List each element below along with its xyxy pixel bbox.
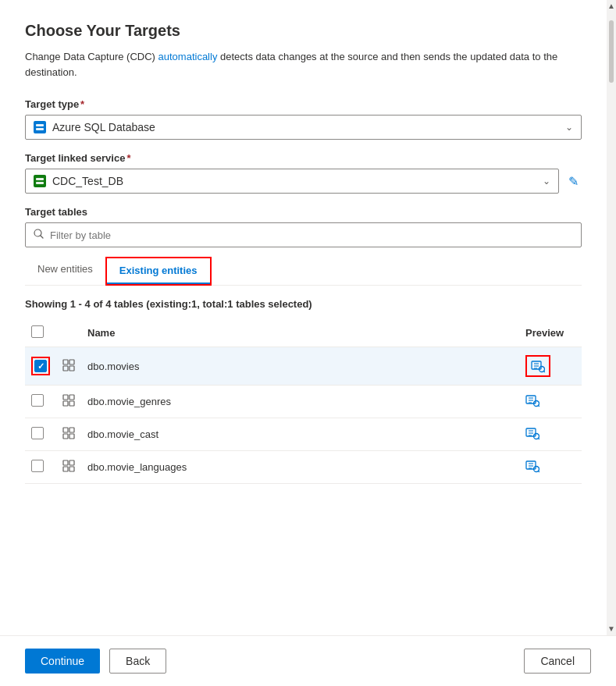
scrollbar[interactable]: ▲ ▼ xyxy=(607,0,616,635)
linked-service-value: CDC_Test_DB xyxy=(52,175,123,187)
row-checkbox-3[interactable] xyxy=(31,427,44,439)
row-checkbox-cell-4 xyxy=(25,451,56,484)
back-button[interactable]: Back xyxy=(109,649,166,674)
svg-line-15 xyxy=(544,371,545,372)
target-tables-group: Target tables New entities Existing enti… xyxy=(25,206,582,286)
scrollbar-thumb[interactable] xyxy=(609,20,614,83)
target-type-label: Target type * xyxy=(25,98,582,110)
filter-input-wrapper xyxy=(25,222,582,247)
svg-rect-6 xyxy=(63,360,68,364)
svg-rect-1 xyxy=(36,128,44,130)
preview-icon-4[interactable] xyxy=(525,459,539,473)
row-preview-cell-3 xyxy=(519,418,582,451)
scroll-up-arrow[interactable]: ▲ xyxy=(607,0,615,12)
tab-existing-entities[interactable]: Existing entities xyxy=(107,258,210,284)
row-icon-cell-1 xyxy=(56,347,81,386)
svg-rect-28 xyxy=(63,434,68,439)
target-type-dropdown[interactable]: Azure SQL Database ⌄ xyxy=(25,115,582,140)
svg-line-45 xyxy=(539,471,539,472)
svg-rect-2 xyxy=(36,178,44,180)
db-icon-2 xyxy=(34,175,46,187)
target-linked-service-group: Target linked service * CDC_Test_DB xyxy=(25,152,582,194)
chevron-down-icon: ⌄ xyxy=(565,122,573,133)
tab-new-entities[interactable]: New entities xyxy=(25,257,105,286)
row-preview-cell-4 xyxy=(519,451,582,484)
svg-line-5 xyxy=(41,236,43,238)
tabs-row: New entities Existing entities xyxy=(25,257,582,286)
search-icon xyxy=(34,229,44,241)
svg-rect-7 xyxy=(69,360,74,364)
table-icon-4 xyxy=(62,460,75,472)
svg-rect-18 xyxy=(63,401,68,406)
linked-service-row: CDC_Test_DB ⌄ ✎ xyxy=(25,169,582,194)
table-icon-1 xyxy=(62,359,75,371)
svg-rect-0 xyxy=(36,124,44,126)
preview-icon-2[interactable] xyxy=(525,393,539,407)
page-description-full: Change Data Capture (CDC) automatically … xyxy=(25,49,582,80)
row-icon-cell-4 xyxy=(56,451,81,484)
target-type-group: Target type * Azure SQL Database ⌄ xyxy=(25,98,582,140)
col-icon xyxy=(56,319,81,347)
row-checkbox-2[interactable] xyxy=(31,394,44,407)
target-linked-service-label: Target linked service * xyxy=(25,152,582,164)
continue-button[interactable]: Continue xyxy=(25,649,100,674)
col-checkbox xyxy=(25,319,56,347)
row-name-3: dbo.movie_cast xyxy=(81,418,519,451)
svg-line-25 xyxy=(539,406,539,407)
edit-icon[interactable]: ✎ xyxy=(565,171,582,192)
row-icon-cell-3 xyxy=(56,418,81,451)
target-tables-label: Target tables xyxy=(25,206,582,218)
footer: Continue Back Cancel xyxy=(0,635,616,686)
col-preview: Preview xyxy=(519,319,582,347)
select-all-checkbox[interactable] xyxy=(31,325,44,338)
table-header: Name Preview xyxy=(25,319,582,347)
showing-text: Showing 1 - 4 of 4 tables (existing:1, t… xyxy=(25,298,582,310)
table-row: dbo.movie_genres xyxy=(25,386,582,418)
db-icon xyxy=(34,121,46,133)
row-name-2: dbo.movie_genres xyxy=(81,386,519,418)
preview-icon-1[interactable] xyxy=(531,359,545,373)
svg-rect-37 xyxy=(69,460,74,465)
chevron-down-icon-2: ⌄ xyxy=(543,176,550,187)
svg-rect-8 xyxy=(63,366,68,371)
row-checkbox-cell-1 xyxy=(25,347,56,386)
row-preview-cell-2 xyxy=(519,386,582,418)
required-star: * xyxy=(80,98,84,110)
svg-rect-3 xyxy=(36,182,44,184)
table-row: dbo.movie_cast xyxy=(25,418,582,451)
col-name: Name xyxy=(81,319,519,347)
row-preview-cell-1 xyxy=(519,347,582,386)
cancel-button[interactable]: Cancel xyxy=(524,649,591,674)
filter-input[interactable] xyxy=(50,229,573,241)
table-row: dbo.movies xyxy=(25,347,582,386)
svg-rect-36 xyxy=(63,460,68,465)
svg-rect-17 xyxy=(69,395,74,400)
row-checkbox-cell-3 xyxy=(25,418,56,451)
table-row: dbo.movie_languages xyxy=(25,451,582,484)
page-title: Choose Your Targets xyxy=(25,22,582,40)
svg-rect-38 xyxy=(63,467,68,471)
svg-rect-9 xyxy=(69,366,74,371)
svg-rect-27 xyxy=(69,428,74,432)
svg-rect-16 xyxy=(63,395,68,400)
row-checkbox-1[interactable] xyxy=(34,360,47,372)
table-icon-3 xyxy=(62,427,75,439)
svg-rect-26 xyxy=(63,428,68,432)
linked-service-dropdown[interactable]: CDC_Test_DB ⌄ xyxy=(25,169,559,194)
svg-rect-19 xyxy=(69,401,74,406)
row-name-4: dbo.movie_languages xyxy=(81,451,519,484)
scroll-down-arrow[interactable]: ▼ xyxy=(607,623,615,635)
table-icon-2 xyxy=(62,394,75,407)
svg-rect-39 xyxy=(69,467,74,471)
row-name-1: dbo.movies xyxy=(81,347,519,386)
svg-line-35 xyxy=(539,439,539,439)
target-type-value: Azure SQL Database xyxy=(52,121,155,133)
row-checkbox-4[interactable] xyxy=(31,460,44,472)
row-checkbox-cell-2 xyxy=(25,386,56,418)
required-star-2: * xyxy=(126,152,130,164)
tables-table: Name Preview xyxy=(25,319,582,484)
preview-icon-3[interactable] xyxy=(525,426,539,440)
row-icon-cell-2 xyxy=(56,386,81,418)
svg-rect-29 xyxy=(69,434,74,439)
